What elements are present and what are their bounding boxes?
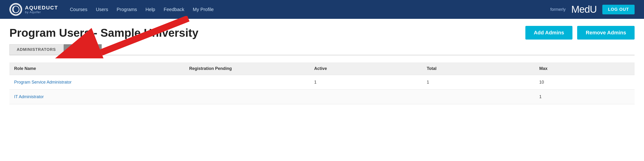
active-cell-1: 1 [310, 75, 422, 90]
active-cell-2 [310, 90, 422, 104]
table-section: Role Name Registration Pending Active To… [10, 55, 634, 104]
logo-subtitle: by Aquifer [25, 10, 58, 14]
col-header-max: Max [534, 62, 634, 75]
add-admins-button[interactable]: Add Admins [525, 26, 573, 40]
total-cell-2 [422, 90, 534, 104]
col-header-active: Active [310, 62, 422, 75]
total-cell-1: 1 [422, 75, 534, 90]
col-header-role: Role Name [10, 62, 184, 75]
reg-pending-cell-2 [184, 90, 310, 104]
table-row: Program Service Administrator 1 1 10 [10, 75, 634, 90]
tab-students[interactable]: STUDENTS [64, 44, 102, 55]
nav-users[interactable]: Users [96, 7, 108, 12]
role-name-cell-1[interactable]: Program Service Administrator [10, 75, 184, 90]
nav-programs[interactable]: Programs [116, 7, 137, 12]
col-header-reg: Registration Pending [184, 62, 310, 75]
page-header-row: Program Users - Sample University Add Ad… [10, 26, 634, 40]
logo-text: AQUEDUCT by Aquifer [25, 5, 58, 14]
table-header: Role Name Registration Pending Active To… [10, 62, 634, 75]
nav-feedback[interactable]: Feedback [164, 7, 184, 12]
table-body: Program Service Administrator 1 1 10 IT … [10, 75, 634, 104]
remove-admins-button[interactable]: Remove Admins [577, 26, 634, 40]
main-header: AQUEDUCT by Aquifer Courses Users Progra… [0, 0, 644, 19]
users-table: Role Name Registration Pending Active To… [10, 62, 634, 104]
nav-my-profile[interactable]: My Profile [193, 7, 214, 12]
header-buttons: Add Admins Remove Admins [525, 26, 634, 40]
table-header-row: Role Name Registration Pending Active To… [10, 62, 634, 75]
logout-button[interactable]: LOG OUT [602, 5, 634, 14]
logo-icon [10, 3, 22, 16]
main-nav: Courses Users Programs Help Feedback My … [70, 7, 550, 12]
max-cell-1: 10 [534, 75, 634, 90]
tabs-row: ADMINISTRATORS STUDENTS [10, 44, 634, 55]
page-content: Program Users - Sample University Add Ad… [0, 19, 644, 104]
role-name-cell-2[interactable]: IT Administrator [10, 90, 184, 104]
header-right: formerly MedU LOG OUT [550, 4, 634, 15]
brand-name: MedU [571, 4, 597, 15]
tabs-section: ADMINISTRATORS STUDENTS [10, 44, 634, 55]
reg-pending-cell-1 [184, 75, 310, 90]
col-header-total: Total [422, 62, 534, 75]
nav-courses[interactable]: Courses [70, 7, 87, 12]
max-cell-2: 1 [534, 90, 634, 104]
tab-administrators[interactable]: ADMINISTRATORS [10, 44, 63, 55]
nav-help[interactable]: Help [146, 7, 155, 12]
page-title: Program Users - Sample University [10, 26, 198, 39]
table-row: IT Administrator 1 [10, 90, 634, 104]
logo-area: AQUEDUCT by Aquifer [10, 3, 58, 16]
formerly-label: formerly [550, 7, 566, 12]
logo-title: AQUEDUCT [25, 5, 58, 10]
